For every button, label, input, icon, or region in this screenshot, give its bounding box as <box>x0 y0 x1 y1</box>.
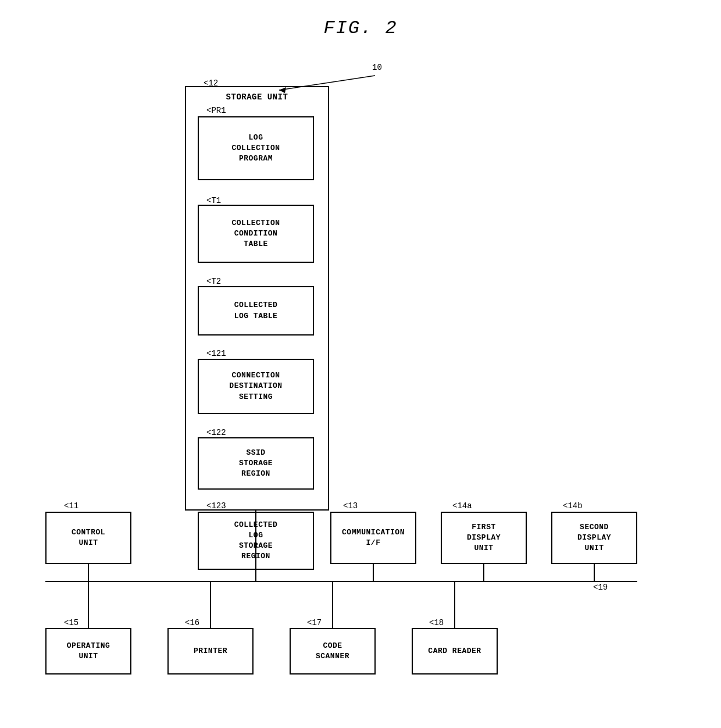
ref-11: <11 <box>64 501 78 511</box>
box-collection-condition-table: COLLECTION CONDITION TABLE <box>198 205 314 263</box>
ref-18: <18 <box>429 618 444 627</box>
box-second-display-unit: SECOND DISPLAY UNIT <box>551 512 637 564</box>
box-operating-unit: OPERATING UNIT <box>45 628 131 675</box>
ref-123: <123 <box>206 501 226 511</box>
box-communication-if: COMMUNICATION I/F <box>330 512 416 564</box>
connection-lines <box>0 0 721 728</box>
box-collected-log-storage-region: COLLECTED LOG STORAGE REGION <box>198 512 314 570</box>
box-collected-log-table: COLLECTED LOG TABLE <box>198 286 314 336</box>
diagram: FIG. 2 10 STORAGE UNIT <12 LOG COLLECTIO… <box>0 0 721 728</box>
box-code-scanner: CODE SCANNER <box>290 628 376 675</box>
box-log-collection-program: LOG COLLECTION PROGRAM <box>198 116 314 180</box>
box-ssid-storage-region: SSID STORAGE REGION <box>198 437 314 490</box>
box-connection-destination-setting: CONNECTION DESTINATION SETTING <box>198 359 314 414</box>
ref-10: 10 <box>372 63 382 72</box>
ref-16: <16 <box>185 618 199 627</box>
box-control-unit: CONTROL UNIT <box>45 512 131 564</box>
ref-14b: <14b <box>563 501 583 511</box>
ref-pr1: <PR1 <box>206 106 226 115</box>
ref-121: <121 <box>206 349 226 358</box>
ref-15: <15 <box>64 618 78 627</box>
ref-t1: <T1 <box>206 196 221 205</box>
box-card-reader: CARD READER <box>412 628 498 675</box>
ref-19: <19 <box>593 583 608 592</box>
box-printer: PRINTER <box>167 628 254 675</box>
ref-122: <122 <box>206 428 226 437</box>
ref-17: <17 <box>307 618 322 627</box>
ref-t2: <T2 <box>206 277 221 286</box>
figure-title: FIG. 2 <box>323 17 397 39</box>
ref-14a: <14a <box>452 501 472 511</box>
ref-13: <13 <box>343 501 358 511</box>
box-first-display-unit: FIRST DISPLAY UNIT <box>441 512 527 564</box>
ref-12: <12 <box>204 78 218 88</box>
